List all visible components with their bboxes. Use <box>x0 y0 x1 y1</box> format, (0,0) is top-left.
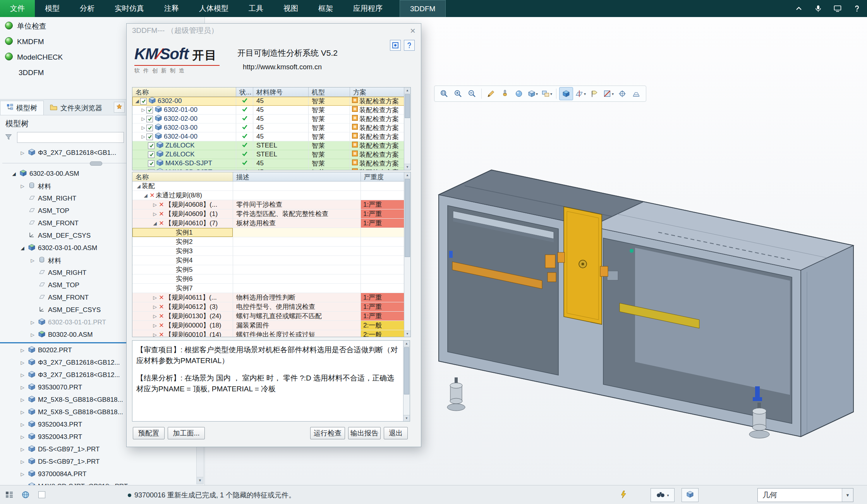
menu-item-实时仿真[interactable]: 实时仿真 <box>105 0 154 17</box>
rules-row[interactable]: 实例6 <box>132 274 410 284</box>
scroll-up-icon[interactable]: ▲ <box>403 341 410 347</box>
checkbox-checked[interactable] <box>148 151 155 158</box>
machining-face-button[interactable]: 加工面... <box>168 427 205 439</box>
rules-row[interactable]: ◢装配 <box>132 182 410 191</box>
tree-item[interactable]: ▷M4X8-SD-SJPT<GB818>.PRT <box>0 480 196 485</box>
rules-row[interactable]: ▷✕【规则60130】(24)螺钉与螺孔直径或螺距不匹配1:严重 <box>132 312 410 321</box>
rules-row[interactable]: ◢✕【规则40610】(7)板材选用检查1:严重 <box>132 219 410 228</box>
tab-model-tree[interactable]: 模型树 <box>0 101 44 115</box>
menu-file[interactable]: 文件 <box>0 0 35 17</box>
expand-arrow-icon[interactable]: ▷ <box>152 314 158 319</box>
scroll-down-icon[interactable]: ▼ <box>404 164 410 170</box>
menu-item-模型[interactable]: 模型 <box>35 0 70 17</box>
chevron-down-icon[interactable]: ▼ <box>842 489 853 502</box>
appearance-icon[interactable] <box>512 87 525 100</box>
expand-arrow-icon[interactable]: ▷ <box>19 150 26 156</box>
scroll-up-icon[interactable]: ▲ <box>404 87 410 94</box>
rules-col-header[interactable]: 严重度 <box>361 172 404 182</box>
tab-folder-browser[interactable]: 文件夹浏览器 <box>44 101 108 115</box>
expand-arrow-icon[interactable]: ▷ <box>29 332 36 338</box>
dialog-close-button[interactable]: ✕ <box>409 27 417 35</box>
expand-arrow-icon[interactable]: ▷ <box>152 211 158 217</box>
run-check-button[interactable]: 运行检查 <box>310 427 345 439</box>
expand-arrow-icon[interactable]: ▷ <box>19 459 26 465</box>
exit-button[interactable]: 退出 <box>384 427 408 439</box>
microphone-icon[interactable] <box>814 4 823 13</box>
collapse-arrow-icon[interactable]: ◢ <box>142 193 149 198</box>
checkbox-checked[interactable] <box>140 98 147 105</box>
render-style-icon[interactable] <box>559 87 573 100</box>
menu-tab-3ddfm[interactable]: 3DDFM <box>400 0 446 17</box>
rules-row[interactable]: 实例3 <box>132 247 410 256</box>
checkbox-checked[interactable] <box>146 125 153 131</box>
launcher-item-单位检查[interactable]: 单位检查 <box>0 19 128 34</box>
expand-arrow-icon[interactable]: ▷ <box>152 295 158 300</box>
rules-row[interactable]: 实例7 <box>132 284 410 293</box>
expand-arrow-icon[interactable]: ▷ <box>29 258 36 263</box>
parts-col-header[interactable]: 状... <box>236 87 253 97</box>
rules-row[interactable]: 实例4 <box>132 256 410 265</box>
saved-views-icon[interactable]: ▾ <box>540 87 553 100</box>
dialog-pin-button[interactable] <box>390 40 401 51</box>
menu-item-视图[interactable]: 视图 <box>273 0 308 17</box>
menu-item-工具[interactable]: 工具 <box>239 0 273 17</box>
rules-row[interactable]: 实例5 <box>132 265 410 274</box>
scrollbar-thumb[interactable] <box>405 179 410 257</box>
collapse-arrow-icon[interactable]: ◢ <box>19 245 26 251</box>
display-style-icon[interactable]: ▾ <box>526 87 539 100</box>
parts-row[interactable]: ZL6LOCKSTEEL智莱装配检查方案 <box>132 141 410 150</box>
expand-arrow-icon[interactable]: ▷ <box>19 348 26 353</box>
parts-row[interactable]: M4X6-SD-SJPT45智莱装配检查方案 <box>132 159 410 168</box>
expand-arrow-icon[interactable]: ▷ <box>19 434 26 440</box>
screen-share-icon[interactable] <box>833 4 842 13</box>
checkbox-checked[interactable] <box>146 134 153 140</box>
parts-row[interactable]: ▷6302-02-0045智莱装配检查方案 <box>132 115 410 123</box>
selection-filter-combo[interactable]: 几何 ▼ <box>757 488 853 502</box>
collapse-arrow-icon[interactable]: ◢ <box>136 183 142 189</box>
preconfig-button[interactable]: 预配置 <box>133 427 165 439</box>
expand-arrow-icon[interactable]: ▷ <box>152 202 158 207</box>
expand-arrow-icon[interactable]: ▷ <box>152 323 158 328</box>
rules-row[interactable]: ▷✕【规则40611】(...物料选用合理性判断1:严重 <box>132 293 410 302</box>
model-tree-toggle-icon[interactable] <box>3 489 15 501</box>
datum-display-icon[interactable]: ▾ <box>574 87 587 100</box>
checkbox-checked[interactable] <box>146 116 153 122</box>
expand-arrow-icon[interactable]: ▷ <box>19 360 26 365</box>
collapse-ribbon-icon[interactable] <box>794 4 803 13</box>
expand-arrow-icon[interactable]: ▷ <box>19 183 26 189</box>
collapse-arrow-icon[interactable]: ◢ <box>134 98 140 104</box>
parts-row[interactable]: ◢6302-0045智莱装配检查方案 <box>132 97 410 106</box>
repaint-icon[interactable] <box>484 87 498 100</box>
parts-col-header[interactable]: 方案 <box>350 87 404 97</box>
navigator-options-button[interactable] <box>114 102 125 113</box>
parts-row[interactable]: ▷6302-04-0045智莱装配检查方案 <box>132 132 410 141</box>
blank-panel-icon[interactable] <box>36 489 48 501</box>
menu-item-框架[interactable]: 框架 <box>308 0 343 17</box>
rules-table-scrollbar[interactable]: ▲ ▼ <box>404 172 410 337</box>
expand-arrow-icon[interactable]: ▷ <box>152 332 158 337</box>
scrollbar-thumb[interactable] <box>405 94 410 118</box>
selection-helper-icon[interactable] <box>618 489 630 501</box>
zoom-out-icon[interactable] <box>465 87 479 100</box>
model-display-button[interactable] <box>682 488 699 502</box>
parts-table-scrollbar[interactable]: ▲ ▼ <box>404 87 410 170</box>
expand-arrow-icon[interactable]: ▷ <box>152 304 158 310</box>
web-browser-icon[interactable] <box>19 489 32 501</box>
expand-arrow-icon[interactable]: ▷ <box>140 125 146 130</box>
rules-row[interactable]: ◢✕未通过规则(8/8) <box>132 191 410 200</box>
checkbox-checked[interactable] <box>148 160 155 167</box>
scroll-up-icon[interactable]: ▲ <box>404 172 410 178</box>
launcher-item-3DDFM[interactable]: 3DDFM <box>0 65 128 81</box>
scroll-down-icon[interactable]: ▼ <box>404 331 410 337</box>
expand-arrow-icon[interactable]: ▷ <box>19 422 26 427</box>
menu-item-分析[interactable]: 分析 <box>70 0 105 17</box>
spin-center-icon[interactable] <box>616 87 629 100</box>
scrollbar-thumb[interactable] <box>404 347 409 394</box>
collapse-arrow-icon[interactable]: ◢ <box>152 221 158 226</box>
tree-item[interactable]: ▷93700084A.PRT <box>0 468 196 480</box>
refit-icon[interactable] <box>438 87 451 100</box>
zoom-in-icon[interactable] <box>452 87 465 100</box>
rules-row[interactable]: ▷✕【规则40612】(3)电控件型号、使用情况检查1:严重 <box>132 302 410 312</box>
rules-row[interactable]: 实例1 <box>132 228 410 237</box>
expand-arrow-icon[interactable]: ▷ <box>19 397 26 403</box>
